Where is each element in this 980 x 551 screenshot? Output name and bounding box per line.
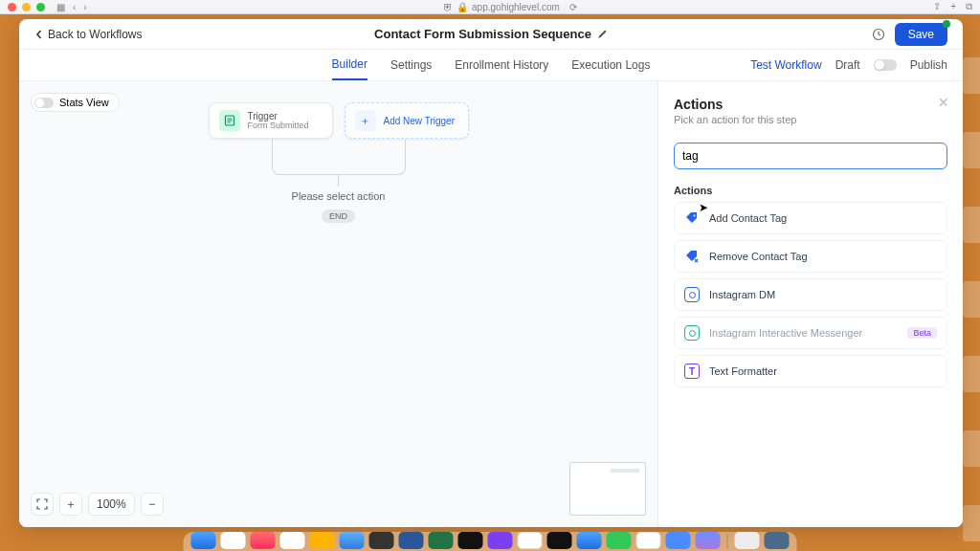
action-add-contact-tag[interactable]: Add Contact Tag <box>674 202 947 234</box>
zoom-out-button[interactable]: − <box>141 493 164 516</box>
zoom-controls: ＋ 100% − <box>31 493 164 516</box>
action-instagram-dm[interactable]: Instagram DM <box>674 278 947 311</box>
add-trigger-node[interactable]: ＋ Add New Trigger <box>345 102 469 139</box>
actions-panel: ✕ Actions Pick an action for this step A… <box>658 81 963 527</box>
mac-dock[interactable] <box>184 532 797 551</box>
fwd-icon[interactable]: › <box>83 2 86 12</box>
svg-point-2 <box>694 215 696 217</box>
trigger-title: Trigger <box>248 111 309 121</box>
workflow-canvas[interactable]: Stats View Trigger Form Submitted ＋ <box>19 81 658 527</box>
action-search-input[interactable] <box>674 143 947 169</box>
action-label: Text Formatter <box>709 365 777 377</box>
tag-icon <box>684 210 700 226</box>
pencil-icon[interactable] <box>597 29 608 39</box>
action-label: Remove Contact Tag <box>709 251 808 262</box>
desktop-widgets <box>963 57 980 541</box>
refresh-icon[interactable]: ⟳ <box>569 2 577 12</box>
tab-enrollment-history[interactable]: Enrollment History <box>455 51 548 79</box>
clock-icon[interactable] <box>872 28 885 41</box>
draft-label: Draft <box>835 58 860 72</box>
instagram-icon <box>684 325 700 341</box>
publish-toggle[interactable] <box>874 59 897 71</box>
tabbar: Builder Settings Enrollment History Exec… <box>19 50 963 81</box>
tab-settings[interactable]: Settings <box>390 51 432 79</box>
save-button[interactable]: Save <box>895 23 947 46</box>
app-window: Back to Workflows Contact Form Submissio… <box>19 19 963 527</box>
publish-label: Publish <box>910 58 947 72</box>
plus-icon: ＋ <box>355 110 376 131</box>
shield-icon: ⛨ <box>443 2 453 12</box>
fit-screen-button[interactable] <box>31 493 54 516</box>
add-trigger-label: Add New Trigger <box>384 116 455 126</box>
action-text-formatter[interactable]: T Text Formatter <box>674 355 947 387</box>
end-pill: END <box>322 209 355 223</box>
action-label: Instagram Interactive Messenger <box>709 327 862 339</box>
minimap[interactable] <box>569 462 646 516</box>
new-tab-icon[interactable]: + <box>950 1 956 12</box>
topbar: Back to Workflows Contact Form Submissio… <box>19 19 963 50</box>
back-label: Back to Workflows <box>48 28 142 41</box>
sidebar-icon[interactable]: ▦ <box>56 2 65 12</box>
save-label: Save <box>908 28 934 41</box>
select-action-label: Please select action <box>292 190 386 202</box>
action-remove-contact-tag[interactable]: Remove Contact Tag <box>674 240 947 273</box>
lock-icon: 🔒 <box>457 2 468 12</box>
stats-toggle[interactable] <box>34 98 54 108</box>
panel-subtitle: Pick an action for this step <box>674 114 947 125</box>
text-formatter-icon: T <box>684 364 700 379</box>
back-icon[interactable]: ‹ <box>73 2 76 12</box>
instagram-icon <box>684 287 700 302</box>
action-instagram-interactive[interactable]: Instagram Interactive Messenger Beta <box>674 317 947 349</box>
action-list: Add Contact Tag Remove Contact Tag Insta… <box>674 202 947 393</box>
action-label: Instagram DM <box>709 289 775 300</box>
action-label: Add Contact Tag <box>709 212 787 224</box>
page-title: Contact Form Submission Sequence <box>374 27 591 41</box>
trigger-node[interactable]: Trigger Form Submitted <box>209 102 333 139</box>
stats-label: Stats View <box>59 97 109 108</box>
zoom-level: 100% <box>88 493 135 516</box>
beta-badge: Beta <box>907 327 937 339</box>
panel-title: Actions <box>674 97 947 112</box>
test-workflow[interactable]: Test Workflow <box>750 58 821 72</box>
stats-view-chip[interactable]: Stats View <box>31 93 120 112</box>
traffic-lights[interactable] <box>8 3 45 11</box>
tab-execution-logs[interactable]: Execution Logs <box>571 51 650 79</box>
back-to-workflows[interactable]: Back to Workflows <box>34 28 142 41</box>
unsaved-badge <box>943 20 950 28</box>
browser-chrome: ▦ ‹ › ⛨ 🔒 app.gohighlevel.com ⟳ ⇪ + ⧉ <box>0 0 980 14</box>
tag-remove-icon <box>684 249 700 264</box>
panel-section-label: Actions <box>674 185 947 196</box>
address-bar[interactable]: app.gohighlevel.com <box>472 2 560 12</box>
tab-builder[interactable]: Builder <box>332 50 368 80</box>
trigger-sub: Form Submitted <box>248 121 309 131</box>
share-icon[interactable]: ⇪ <box>933 1 941 12</box>
connector-stem <box>338 175 339 187</box>
chevron-left-icon <box>34 30 44 39</box>
tabs-icon[interactable]: ⧉ <box>966 1 972 12</box>
close-icon[interactable]: ✕ <box>938 95 949 110</box>
connector <box>272 139 406 175</box>
zoom-in-button[interactable]: ＋ <box>59 493 82 516</box>
form-icon <box>219 110 240 131</box>
